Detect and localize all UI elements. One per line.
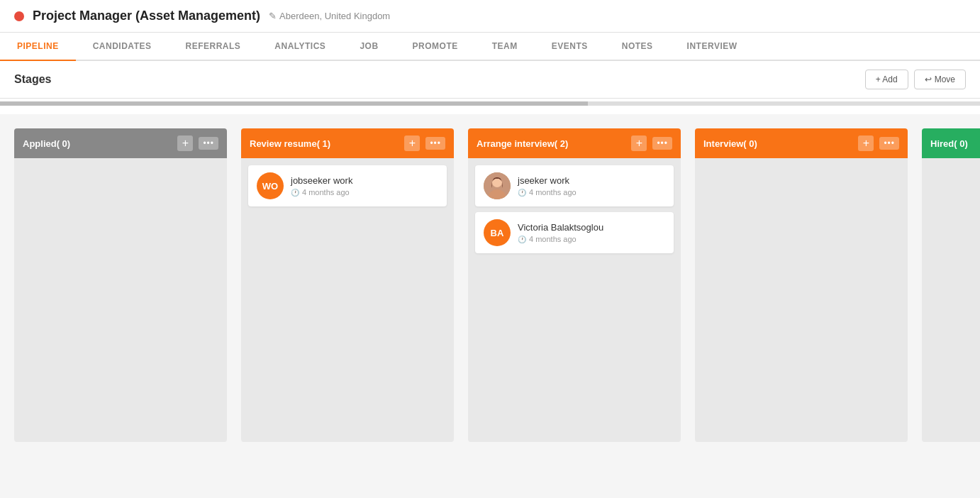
stage-body-arrange-interview: jseeker work 4 months ago BA Victoria Ba…	[468, 158, 681, 442]
candidate-info-c2: jseeker work 4 months ago	[518, 175, 665, 197]
stage-add-arrange-interview[interactable]: +	[631, 135, 647, 151]
stage-header-hired: Hired( 0) + •••	[922, 128, 980, 158]
candidate-time-c1: 4 months ago	[291, 188, 438, 197]
stage-options-interview[interactable]: •••	[879, 137, 899, 150]
job-location: Aberdeen, United Kingdom	[269, 11, 390, 21]
candidate-name-c2: jseeker work	[518, 175, 665, 186]
stage-header-actions-arrange-interview: + •••	[631, 135, 672, 151]
stage-options-arrange-interview[interactable]: •••	[652, 137, 672, 150]
stage-label-interview: Interview( 0)	[703, 138, 757, 149]
stage-add-interview[interactable]: +	[858, 135, 874, 151]
stage-header-arrange-interview: Arrange interview( 2) + •••	[468, 128, 681, 158]
stage-options-applied[interactable]: •••	[199, 137, 218, 150]
stage-header-actions-applied: + •••	[177, 135, 218, 151]
tab-promote[interactable]: PROMOTE	[396, 33, 475, 61]
stage-header-actions-review-resume: + •••	[404, 135, 445, 151]
candidate-name-c3: Victoria Balaktsoglou	[518, 222, 665, 233]
candidate-info-c3: Victoria Balaktsoglou 4 months ago	[518, 222, 665, 243]
stage-header-applied: Applied( 0) + •••	[14, 128, 227, 158]
avatar-c2	[484, 172, 511, 199]
stages-header: Stages + Add ↩ Move	[0, 61, 980, 99]
tab-referrals[interactable]: REFERRALS	[168, 33, 257, 61]
page-title: Project Manager (Asset Management)	[33, 9, 260, 23]
candidate-time-c3: 4 months ago	[518, 235, 665, 243]
status-dot	[14, 11, 24, 21]
tab-team[interactable]: TEAM	[475, 33, 535, 61]
stage-column-applied: Applied( 0) + •••	[14, 128, 227, 442]
stage-header-interview: Interview( 0) + •••	[695, 128, 908, 158]
candidate-card-c1[interactable]: WO jobseeker work 4 months ago	[248, 165, 447, 206]
stage-options-review-resume[interactable]: •••	[425, 137, 445, 150]
stage-label-review-resume: Review resume( 1)	[250, 138, 330, 149]
stages-actions: + Add ↩ Move	[865, 70, 966, 89]
add-button[interactable]: + Add	[865, 70, 908, 89]
tab-bar: PIPELINE CANDIDATES REFERRALS ANALYTICS …	[0, 33, 980, 61]
tab-analytics[interactable]: ANALYTICS	[257, 33, 343, 61]
tab-notes[interactable]: NOTES	[605, 33, 670, 61]
stage-body-review-resume: WO jobseeker work 4 months ago	[241, 158, 454, 442]
pipeline-container: Applied( 0) + ••• Review resume( 1) + ••…	[0, 114, 980, 498]
clock-icon-c1	[291, 188, 299, 197]
candidate-name-c1: jobseeker work	[291, 175, 438, 186]
stages-title: Stages	[14, 73, 51, 86]
pencil-icon	[269, 11, 277, 21]
stage-body-interview	[695, 158, 908, 442]
candidate-time-c2: 4 months ago	[518, 188, 665, 197]
candidate-info-c1: jobseeker work 4 months ago	[291, 175, 438, 197]
stage-add-review-resume[interactable]: +	[404, 135, 420, 151]
tab-pipeline[interactable]: PIPELINE	[0, 33, 76, 61]
clock-icon-c3	[518, 235, 526, 243]
tab-job[interactable]: JOB	[343, 33, 395, 61]
stage-column-interview: Interview( 0) + •••	[695, 128, 908, 442]
move-icon: ↩	[925, 74, 932, 84]
avatar-c1: WO	[257, 172, 284, 199]
tab-candidates[interactable]: CANDIDATES	[76, 33, 169, 61]
clock-icon-c2	[518, 188, 526, 197]
stage-label-hired: Hired( 0)	[930, 138, 968, 149]
stage-add-applied[interactable]: +	[177, 135, 193, 151]
tab-interview[interactable]: INTERVIEW	[670, 33, 755, 61]
stage-body-applied	[14, 158, 227, 442]
avatar-c3: BA	[484, 219, 511, 246]
candidate-card-c3[interactable]: BA Victoria Balaktsoglou 4 months ago	[475, 212, 674, 253]
scrollbar-track[interactable]	[0, 101, 980, 106]
stage-label-applied: Applied( 0)	[23, 138, 70, 149]
stage-column-arrange-interview: Arrange interview( 2) + •••	[468, 128, 681, 442]
candidate-card-c2[interactable]: jseeker work 4 months ago	[475, 165, 674, 206]
stage-column-review-resume: Review resume( 1) + ••• WO jobseeker wor…	[241, 128, 454, 442]
scrollbar-thumb	[0, 101, 588, 106]
stage-column-hired: Hired( 0) + •••	[922, 128, 980, 442]
page-header: Project Manager (Asset Management) Aberd…	[0, 0, 980, 33]
stage-body-hired	[922, 158, 980, 442]
move-button[interactable]: ↩ Move	[914, 70, 966, 89]
tab-events[interactable]: EVENTS	[535, 33, 605, 61]
stage-header-review-resume: Review resume( 1) + •••	[241, 128, 454, 158]
stage-label-arrange-interview: Arrange interview( 2)	[477, 138, 568, 149]
stage-header-actions-interview: + •••	[858, 135, 899, 151]
